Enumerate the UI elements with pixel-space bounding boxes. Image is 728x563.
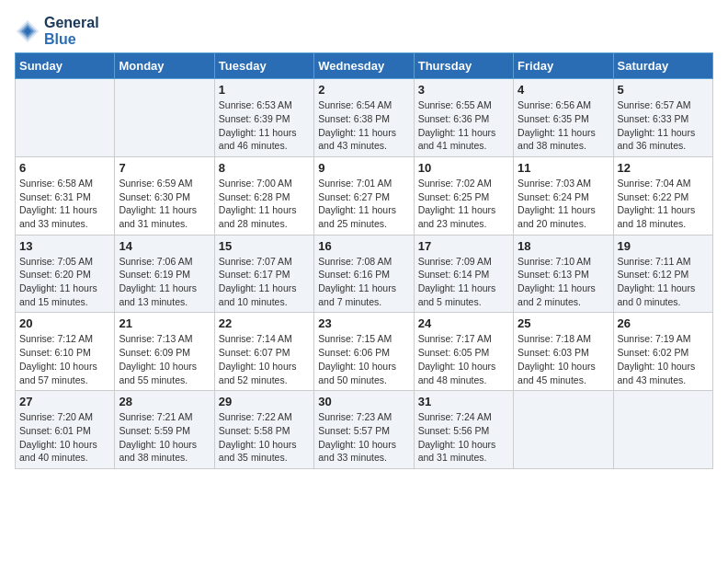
day-info: Sunrise: 6:55 AM Sunset: 6:36 PM Dayligh… xyxy=(418,98,509,153)
page-header: General Blue xyxy=(15,15,713,47)
calendar-day-14: 14Sunrise: 7:06 AM Sunset: 6:19 PM Dayli… xyxy=(115,235,214,313)
calendar-day-6: 6Sunrise: 6:58 AM Sunset: 6:31 PM Daylig… xyxy=(16,156,115,235)
calendar-day-19: 19Sunrise: 7:11 AM Sunset: 6:12 PM Dayli… xyxy=(613,235,712,313)
day-info: Sunrise: 7:14 AM Sunset: 6:07 PM Dayligh… xyxy=(219,332,310,386)
calendar-day-15: 15Sunrise: 7:07 AM Sunset: 6:17 PM Dayli… xyxy=(214,235,313,313)
weekday-header-monday: Monday xyxy=(115,53,214,79)
calendar-day-28: 28Sunrise: 7:21 AM Sunset: 5:59 PM Dayli… xyxy=(115,391,214,469)
calendar-day-26: 26Sunrise: 7:19 AM Sunset: 6:02 PM Dayli… xyxy=(613,313,712,391)
calendar-day-4: 4Sunrise: 6:56 AM Sunset: 6:35 PM Daylig… xyxy=(514,79,613,157)
day-info: Sunrise: 6:59 AM Sunset: 6:30 PM Dayligh… xyxy=(119,177,210,231)
weekday-header-row: SundayMondayTuesdayWednesdayThursdayFrid… xyxy=(16,53,713,79)
day-number: 29 xyxy=(219,395,310,408)
calendar-day-30: 30Sunrise: 7:23 AM Sunset: 5:57 PM Dayli… xyxy=(314,391,414,469)
day-info: Sunrise: 7:10 AM Sunset: 6:13 PM Dayligh… xyxy=(518,255,609,309)
weekday-header-wednesday: Wednesday xyxy=(314,53,414,79)
day-number: 14 xyxy=(119,239,210,253)
calendar-day-5: 5Sunrise: 6:57 AM Sunset: 6:33 PM Daylig… xyxy=(613,79,712,157)
day-info: Sunrise: 6:56 AM Sunset: 6:35 PM Dayligh… xyxy=(518,98,609,153)
calendar-day-11: 11Sunrise: 7:03 AM Sunset: 6:24 PM Dayli… xyxy=(514,156,613,235)
day-number: 7 xyxy=(119,161,210,175)
day-info: Sunrise: 7:11 AM Sunset: 6:12 PM Dayligh… xyxy=(618,255,709,309)
weekday-header-tuesday: Tuesday xyxy=(214,53,313,79)
day-info: Sunrise: 7:21 AM Sunset: 5:59 PM Dayligh… xyxy=(119,410,210,465)
weekday-header-friday: Friday xyxy=(514,53,613,79)
day-number: 26 xyxy=(618,316,709,330)
weekday-header-saturday: Saturday xyxy=(613,53,712,79)
calendar-day-1: 1Sunrise: 6:53 AM Sunset: 6:39 PM Daylig… xyxy=(214,79,313,157)
empty-day-cell xyxy=(115,79,214,157)
day-number: 12 xyxy=(618,161,709,175)
day-number: 22 xyxy=(219,316,310,330)
weekday-header-thursday: Thursday xyxy=(414,53,513,79)
day-number: 4 xyxy=(518,83,609,97)
day-number: 19 xyxy=(618,239,709,253)
day-info: Sunrise: 7:06 AM Sunset: 6:19 PM Dayligh… xyxy=(119,255,210,309)
day-number: 31 xyxy=(418,395,509,408)
day-info: Sunrise: 7:09 AM Sunset: 6:14 PM Dayligh… xyxy=(418,255,509,309)
day-info: Sunrise: 7:08 AM Sunset: 6:16 PM Dayligh… xyxy=(318,255,409,309)
day-number: 21 xyxy=(119,316,210,330)
day-number: 11 xyxy=(518,161,609,175)
day-info: Sunrise: 7:22 AM Sunset: 5:58 PM Dayligh… xyxy=(219,410,310,465)
day-info: Sunrise: 7:20 AM Sunset: 6:01 PM Dayligh… xyxy=(19,410,110,465)
calendar-day-9: 9Sunrise: 7:01 AM Sunset: 6:27 PM Daylig… xyxy=(314,156,414,235)
calendar-day-10: 10Sunrise: 7:02 AM Sunset: 6:25 PM Dayli… xyxy=(414,156,513,235)
logo: General Blue xyxy=(15,15,99,47)
calendar-day-24: 24Sunrise: 7:17 AM Sunset: 6:05 PM Dayli… xyxy=(414,313,513,391)
day-number: 3 xyxy=(418,83,509,97)
calendar-week-row: 13Sunrise: 7:05 AM Sunset: 6:20 PM Dayli… xyxy=(16,235,713,313)
calendar-body: 1Sunrise: 6:53 AM Sunset: 6:39 PM Daylig… xyxy=(16,79,713,469)
logo-text: General Blue xyxy=(44,15,99,47)
day-number: 5 xyxy=(618,83,709,97)
day-number: 2 xyxy=(318,83,409,97)
day-number: 18 xyxy=(518,239,609,253)
day-info: Sunrise: 6:53 AM Sunset: 6:39 PM Dayligh… xyxy=(219,98,310,153)
calendar-day-25: 25Sunrise: 7:18 AM Sunset: 6:03 PM Dayli… xyxy=(514,313,613,391)
calendar-day-13: 13Sunrise: 7:05 AM Sunset: 6:20 PM Dayli… xyxy=(16,235,115,313)
day-number: 25 xyxy=(518,316,609,330)
day-info: Sunrise: 6:58 AM Sunset: 6:31 PM Dayligh… xyxy=(19,177,110,231)
day-number: 8 xyxy=(219,161,310,175)
day-info: Sunrise: 7:19 AM Sunset: 6:02 PM Dayligh… xyxy=(618,332,709,386)
day-info: Sunrise: 7:12 AM Sunset: 6:10 PM Dayligh… xyxy=(19,332,110,386)
calendar-week-row: 6Sunrise: 6:58 AM Sunset: 6:31 PM Daylig… xyxy=(16,156,713,235)
day-number: 24 xyxy=(418,316,509,330)
day-info: Sunrise: 7:02 AM Sunset: 6:25 PM Dayligh… xyxy=(418,177,509,231)
day-info: Sunrise: 7:04 AM Sunset: 6:22 PM Dayligh… xyxy=(618,177,709,231)
calendar-table: SundayMondayTuesdayWednesdayThursdayFrid… xyxy=(15,52,713,469)
calendar-day-20: 20Sunrise: 7:12 AM Sunset: 6:10 PM Dayli… xyxy=(16,313,115,391)
calendar-day-22: 22Sunrise: 7:14 AM Sunset: 6:07 PM Dayli… xyxy=(214,313,313,391)
calendar-day-2: 2Sunrise: 6:54 AM Sunset: 6:38 PM Daylig… xyxy=(314,79,414,157)
calendar-week-row: 27Sunrise: 7:20 AM Sunset: 6:01 PM Dayli… xyxy=(16,391,713,469)
day-info: Sunrise: 7:01 AM Sunset: 6:27 PM Dayligh… xyxy=(318,177,409,231)
day-number: 16 xyxy=(318,239,409,253)
calendar-week-row: 1Sunrise: 6:53 AM Sunset: 6:39 PM Daylig… xyxy=(16,79,713,157)
day-number: 13 xyxy=(19,239,110,253)
day-info: Sunrise: 7:13 AM Sunset: 6:09 PM Dayligh… xyxy=(119,332,210,386)
empty-day-cell xyxy=(613,391,712,469)
day-number: 1 xyxy=(219,83,310,97)
logo-icon xyxy=(15,18,40,44)
calendar-day-31: 31Sunrise: 7:24 AM Sunset: 5:56 PM Dayli… xyxy=(414,391,513,469)
day-info: Sunrise: 7:23 AM Sunset: 5:57 PM Dayligh… xyxy=(318,410,409,465)
calendar-day-16: 16Sunrise: 7:08 AM Sunset: 6:16 PM Dayli… xyxy=(314,235,414,313)
day-info: Sunrise: 7:17 AM Sunset: 6:05 PM Dayligh… xyxy=(418,332,509,386)
day-info: Sunrise: 6:57 AM Sunset: 6:33 PM Dayligh… xyxy=(618,98,709,153)
day-number: 17 xyxy=(418,239,509,253)
calendar-day-27: 27Sunrise: 7:20 AM Sunset: 6:01 PM Dayli… xyxy=(16,391,115,469)
calendar-day-12: 12Sunrise: 7:04 AM Sunset: 6:22 PM Dayli… xyxy=(613,156,712,235)
calendar-week-row: 20Sunrise: 7:12 AM Sunset: 6:10 PM Dayli… xyxy=(16,313,713,391)
calendar-day-23: 23Sunrise: 7:15 AM Sunset: 6:06 PM Dayli… xyxy=(314,313,414,391)
day-number: 28 xyxy=(119,395,210,408)
empty-day-cell xyxy=(514,391,613,469)
day-number: 10 xyxy=(418,161,509,175)
day-number: 27 xyxy=(19,395,110,408)
day-number: 30 xyxy=(318,395,409,408)
day-info: Sunrise: 7:03 AM Sunset: 6:24 PM Dayligh… xyxy=(518,177,609,231)
day-info: Sunrise: 7:24 AM Sunset: 5:56 PM Dayligh… xyxy=(418,410,509,465)
calendar-day-29: 29Sunrise: 7:22 AM Sunset: 5:58 PM Dayli… xyxy=(214,391,313,469)
empty-day-cell xyxy=(16,79,115,157)
day-info: Sunrise: 7:18 AM Sunset: 6:03 PM Dayligh… xyxy=(518,332,609,386)
day-info: Sunrise: 7:15 AM Sunset: 6:06 PM Dayligh… xyxy=(318,332,409,386)
